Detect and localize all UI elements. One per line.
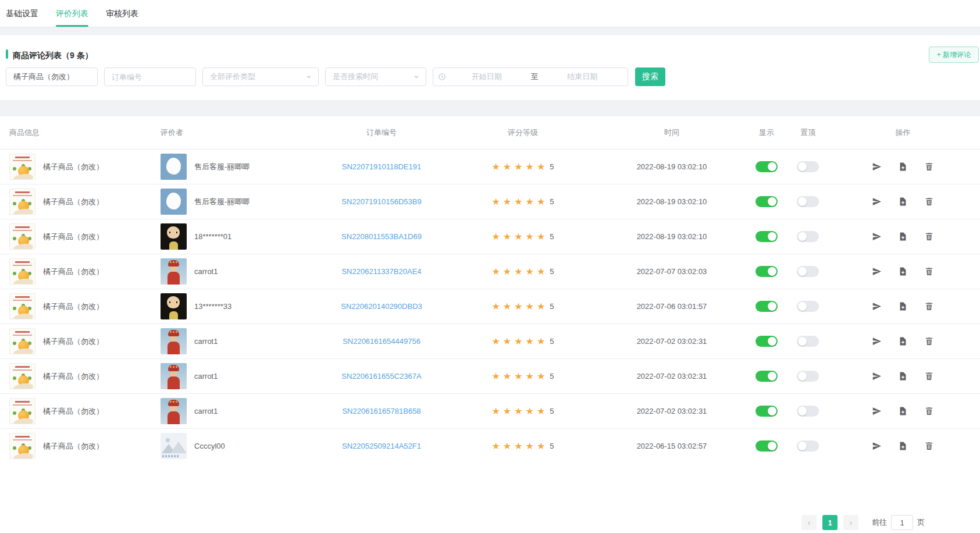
show-toggle[interactable] — [756, 266, 778, 277]
order-number-link[interactable]: SN2206161654449756 — [343, 337, 420, 346]
product-image — [9, 154, 35, 180]
show-toggle[interactable] — [756, 336, 778, 347]
show-toggle[interactable] — [756, 440, 778, 452]
col-header-rating: 评分等级 — [446, 127, 600, 138]
goto-label: 前往 — [872, 517, 887, 528]
add-review-button[interactable]: + 新增评论 — [929, 47, 979, 63]
show-toggle[interactable] — [756, 301, 778, 312]
top-toggle[interactable] — [797, 440, 819, 452]
delete-icon[interactable] — [924, 406, 934, 416]
show-toggle[interactable] — [756, 231, 778, 242]
time-search-select-value: 是否搜索时间 — [333, 72, 378, 82]
reviewer-avatar — [161, 363, 187, 389]
order-number-link[interactable]: SN2206211337B20AE4 — [341, 267, 421, 276]
file-add-icon[interactable] — [898, 441, 908, 451]
top-toggle[interactable] — [797, 301, 819, 312]
delete-icon[interactable] — [924, 162, 934, 172]
product-image — [9, 398, 35, 424]
order-number-link[interactable]: SN22052509214A52F1 — [342, 442, 421, 450]
send-icon[interactable] — [872, 162, 882, 172]
show-toggle[interactable] — [756, 406, 778, 417]
show-toggle[interactable] — [756, 196, 778, 207]
send-icon[interactable] — [872, 406, 882, 416]
star-rating: ★★★★★ — [492, 267, 548, 276]
send-icon[interactable] — [872, 232, 882, 241]
file-add-icon[interactable] — [898, 232, 908, 241]
delete-icon[interactable] — [924, 232, 934, 241]
next-page-button[interactable]: › — [843, 515, 858, 530]
delete-icon[interactable] — [924, 197, 934, 207]
send-icon[interactable] — [872, 266, 882, 276]
table-row: 橘子商品（勿改） 售后客服-丽唧唧 SN22071910156D53B9 ★★★… — [0, 184, 980, 219]
date-end-placeholder[interactable]: 结束日期 — [542, 72, 623, 82]
top-toggle[interactable] — [797, 196, 819, 207]
delete-icon[interactable] — [924, 266, 934, 276]
file-add-icon[interactable] — [898, 197, 908, 207]
review-time: 2022-08-19 03:02:10 — [600, 197, 743, 206]
send-icon[interactable] — [872, 441, 882, 451]
show-toggle[interactable] — [756, 161, 778, 172]
reviewer-avatar — [161, 223, 187, 250]
top-toggle[interactable] — [797, 371, 819, 382]
rating-value: 5 — [550, 267, 554, 276]
send-icon[interactable] — [872, 301, 882, 311]
rating-value: 5 — [550, 372, 554, 381]
file-add-icon[interactable] — [898, 162, 908, 172]
order-no-input-wrap — [104, 67, 196, 86]
delete-icon[interactable] — [924, 301, 934, 311]
reviewer-avatar — [161, 189, 187, 215]
top-toggle[interactable] — [797, 266, 819, 277]
table-row: 橘子商品（勿改） Ccccyl00 SN22052509214A52F1 ★★★… — [0, 428, 980, 463]
product-image — [9, 223, 35, 250]
review-type-select[interactable]: 全部评价类型 — [202, 67, 319, 86]
date-start-placeholder[interactable]: 开始日期 — [446, 72, 528, 82]
product-name-input[interactable] — [6, 68, 97, 86]
order-number-link[interactable]: SN2208011553BA1D69 — [341, 232, 422, 241]
delete-icon[interactable] — [924, 336, 934, 346]
reviewer-name: carrot1 — [194, 407, 218, 415]
pagination: ‹ 1 › 前往 页 — [799, 515, 925, 530]
send-icon[interactable] — [872, 197, 882, 207]
review-time: 2022-06-15 03:02:57 — [600, 442, 743, 450]
page-1-button[interactable]: 1 — [822, 515, 838, 530]
top-toggle[interactable] — [797, 406, 819, 417]
top-toggle[interactable] — [797, 336, 819, 347]
show-toggle[interactable] — [756, 371, 778, 382]
order-number-link[interactable]: SN22071910118DE191 — [342, 162, 421, 171]
tab-review-list[interactable]: 评价列表 — [56, 0, 88, 27]
filter-panel: 商品评论列表（9 条） + 新增评论 全部评价类型 是否搜索时间 开始日期 至 … — [0, 35, 980, 100]
prev-page-button[interactable]: ‹ — [801, 515, 817, 530]
top-tab-bar: 基础设置 评价列表 审核列表 — [0, 0, 980, 27]
order-number-link[interactable]: SN2206161655C2367A — [341, 372, 421, 381]
delete-icon[interactable] — [924, 371, 934, 381]
order-number-link[interactable]: SN220616165781B658 — [342, 407, 420, 415]
product-name: 橘子商品（勿改） — [43, 336, 104, 347]
review-time: 2022-08-19 03:02:10 — [600, 162, 743, 171]
date-range-picker[interactable]: 开始日期 至 结束日期 — [433, 67, 628, 86]
delete-icon[interactable] — [924, 441, 934, 451]
file-add-icon[interactable] — [898, 406, 908, 416]
order-number-link[interactable]: SN22071910156D53B9 — [341, 197, 421, 206]
file-add-icon[interactable] — [898, 371, 908, 381]
order-no-input[interactable] — [105, 68, 195, 86]
tab-basic-settings[interactable]: 基础设置 — [6, 0, 38, 27]
goto-page-input[interactable] — [891, 515, 913, 530]
reviewer-name: 18*******01 — [194, 232, 231, 241]
product-name: 橘子商品（勿改） — [43, 197, 104, 207]
product-image — [9, 433, 35, 459]
top-toggle[interactable] — [797, 161, 819, 172]
review-time: 2022-07-02 03:02:31 — [600, 337, 743, 346]
file-add-icon[interactable] — [898, 266, 908, 276]
top-toggle[interactable] — [797, 231, 819, 242]
table-row: 橘子商品（勿改） carrot1 SN2206161655C2367A ★★★★… — [0, 358, 980, 393]
time-search-select[interactable]: 是否搜索时间 — [325, 67, 426, 86]
search-button[interactable]: 搜索 — [635, 67, 665, 86]
rating-value: 5 — [550, 302, 554, 311]
send-icon[interactable] — [872, 336, 882, 346]
file-add-icon[interactable] — [898, 301, 908, 311]
star-rating: ★★★★★ — [492, 442, 548, 451]
tab-audit-list[interactable]: 审核列表 — [106, 0, 138, 27]
send-icon[interactable] — [872, 371, 882, 381]
order-number-link[interactable]: SN220620140290DBD3 — [341, 302, 422, 311]
file-add-icon[interactable] — [898, 336, 908, 346]
